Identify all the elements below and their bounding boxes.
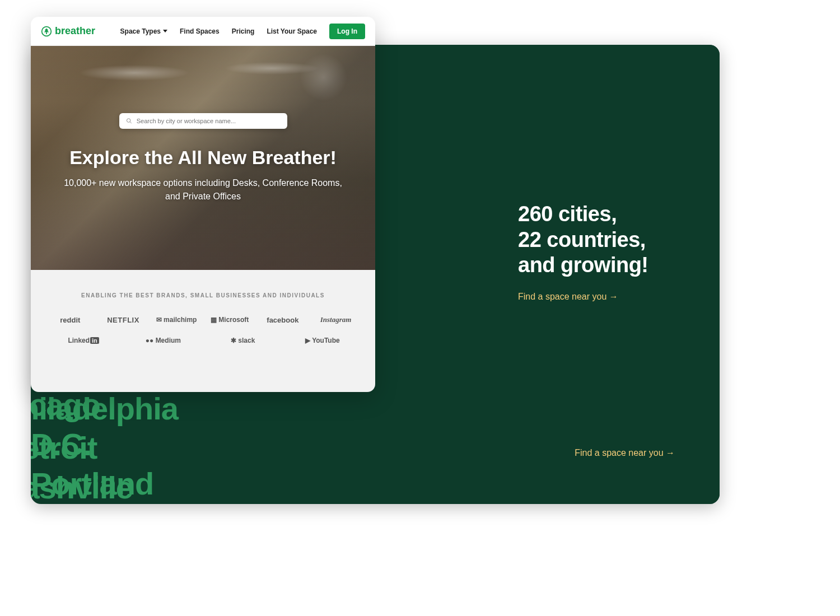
brands-section: ENABLING THE BEST BRANDS, SMALL BUSINESS… (31, 270, 375, 367)
brand-facebook: facebook (263, 316, 303, 324)
hero-subtitle: 10,000+ new workspace options including … (63, 176, 343, 203)
brand-netflix: NETFLIX (103, 316, 143, 324)
brand-reddit: reddit (50, 316, 90, 324)
hero-title: Explore the All New Breather! (69, 147, 337, 169)
brand-mailchimp: ✉ mailchimp (156, 316, 197, 324)
logo[interactable]: breather (41, 25, 95, 37)
brand-microsoft: ▦ Microsoft (209, 316, 250, 324)
find-space-link[interactable]: Find a space near you → (518, 292, 618, 302)
cities-overlay: 260 cities, 22 countries, and growing! F… (518, 202, 686, 302)
login-button[interactable]: Log In (329, 24, 365, 39)
city-peek-left: Chicago D.C. Portland (31, 385, 165, 504)
nav-label: Space Types (120, 27, 161, 35)
headline-line1: 260 cities, (518, 202, 686, 227)
brand-instagram: Instagram (316, 315, 356, 324)
nav-find-spaces[interactable]: Find Spaces (180, 27, 220, 35)
search-box[interactable] (119, 113, 287, 129)
brand-youtube: ▶ YouTube (302, 337, 343, 344)
brand-linkedin: Linkedin (63, 337, 104, 344)
headline-line3: and growing! (518, 253, 686, 278)
headline-line2: 22 countries, (518, 227, 686, 253)
cities-headline: 260 cities, 22 countries, and growing! (518, 202, 686, 278)
nav-space-types[interactable]: Space Types (120, 27, 167, 35)
chevron-down-icon (163, 30, 167, 32)
logo-text: breather (55, 25, 95, 37)
logo-icon (41, 26, 52, 37)
city-item: D.C. (31, 425, 165, 465)
breather-card: breather Space Types Find Spaces Pricing… (31, 17, 375, 392)
find-space-link-bottom[interactable]: Find a space near you → (575, 448, 675, 458)
city-item: Portland (31, 464, 165, 504)
navbar: breather Space Types Find Spaces Pricing… (31, 17, 375, 46)
brands-grid: reddit NETFLIX ✉ mailchimp ▦ Microsoft f… (42, 315, 364, 344)
brands-title: ENABLING THE BEST BRANDS, SMALL BUSINESS… (42, 292, 364, 298)
nav-list-space[interactable]: List Your Space (267, 27, 317, 35)
brand-slack: ✱ slack (223, 337, 263, 344)
nav-pricing[interactable]: Pricing (232, 27, 255, 35)
brand-medium: ●● Medium (143, 337, 183, 344)
hero: Explore the All New Breather! 10,000+ ne… (31, 46, 375, 270)
svg-line-2 (129, 122, 131, 123)
search-input[interactable] (137, 118, 281, 124)
svg-point-1 (127, 118, 130, 122)
search-icon (126, 118, 132, 124)
